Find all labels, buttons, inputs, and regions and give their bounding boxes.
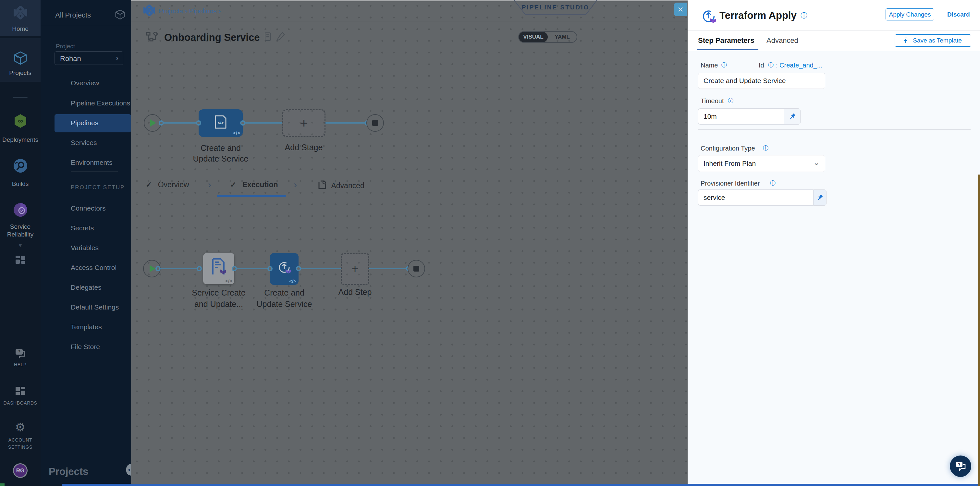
configuration-type-label: Configuration Type (701, 145, 755, 152)
graph-connector[interactable] (240, 121, 245, 125)
rail-grid-icon[interactable] (15, 255, 26, 266)
tab-step-parameters[interactable]: Step Parameters (698, 37, 754, 45)
sidebar-item-environments[interactable]: Environments (71, 159, 112, 167)
step-id-value[interactable]: : Create_and_... (776, 62, 822, 69)
rail-item-label: ACCOUNT (0, 437, 41, 443)
sidebar-item-access-control[interactable]: Access Control (71, 264, 116, 272)
rail-item-home[interactable]: Home (0, 0, 41, 37)
breadcrumb-pipelines[interactable]: Pipelines (189, 7, 217, 14)
play-icon[interactable] (150, 119, 156, 127)
sidebar-item-pipelines[interactable]: Pipelines (54, 114, 131, 132)
chevron-right-icon: › (294, 179, 297, 190)
user-avatar[interactable]: RG (13, 463, 28, 478)
step-node-terraform-apply[interactable]: </> (270, 253, 299, 285)
check-icon: ✓ (146, 180, 152, 189)
plus-icon: + (300, 116, 308, 131)
help-chat-button[interactable]: ? (950, 456, 971, 477)
edit-pencil-icon[interactable] (277, 32, 285, 41)
provisioner-pin-button[interactable] (813, 189, 827, 206)
all-projects-link[interactable]: All Projects (55, 11, 91, 19)
sidebar-item-pipeline-executions[interactable]: Pipeline Executions (71, 99, 130, 107)
close-drawer-button[interactable]: × (674, 3, 687, 16)
add-step-label: Add Step (339, 287, 372, 297)
rail-item-account-settings[interactable]: ⚙ ACCOUNT SETTINGS (0, 421, 41, 456)
stage-label: Create and (200, 143, 241, 153)
graph-edge (164, 122, 196, 124)
save-as-template-button[interactable]: Save as Template (895, 34, 971, 47)
rail-item-label: Builds (0, 180, 41, 187)
all-projects-cube-icon[interactable] (115, 9, 126, 20)
rail-expand-icon[interactable]: ▼ (0, 242, 41, 252)
graph-connector[interactable] (196, 121, 201, 125)
notes-icon[interactable] (265, 32, 270, 41)
tab-execution[interactable]: ✓ Execution (230, 180, 278, 189)
provisioner-identifier-label: Provisioner Identifier (701, 180, 760, 187)
sidebar-item-connectors[interactable]: Connectors (71, 204, 105, 212)
add-stage-label: Add Stage (285, 143, 323, 152)
add-stage-button[interactable]: + (282, 110, 326, 137)
play-icon[interactable] (150, 265, 156, 272)
tab-label: Overview (158, 180, 189, 189)
toggle-yaml[interactable]: YAML (548, 32, 577, 42)
code-badge[interactable]: </> (233, 130, 240, 136)
rail-item-help[interactable]: ? HELP (0, 346, 41, 374)
sidebar-item-templates[interactable]: Templates (71, 323, 102, 331)
project-selector-value: Rohan (60, 54, 81, 63)
rail-item-deployments[interactable]: ∞ Deployments (0, 111, 41, 143)
tab-overview[interactable]: ✓ Overview (146, 180, 189, 189)
tab-advanced[interactable]: Advanced (767, 37, 798, 45)
graph-connector[interactable] (232, 266, 237, 271)
info-icon[interactable]: ⓘ (800, 11, 807, 20)
rail-item-projects[interactable]: Projects (0, 38, 41, 82)
info-icon[interactable]: ⓘ (721, 61, 727, 69)
apply-changes-button[interactable]: Apply Changes (886, 8, 934, 21)
chat-question-icon: ? (955, 461, 966, 472)
rail-item-dashboards[interactable]: DASHBOARDS (0, 383, 41, 411)
rail-item-service-reliability[interactable]: Service Reliability (0, 201, 41, 240)
sidebar-item-delegates[interactable]: Delegates (71, 284, 102, 291)
graph-edge (245, 122, 282, 124)
name-input[interactable] (698, 73, 825, 89)
pipeline-flowchart-icon (146, 32, 158, 42)
code-badge[interactable]: </> (289, 278, 296, 284)
project-selector[interactable]: Rohan › (54, 51, 123, 65)
graph-connector[interactable] (159, 121, 164, 125)
timeout-pin-button[interactable] (784, 108, 800, 125)
stop-icon (372, 120, 378, 126)
sidebar-item-secrets[interactable]: Secrets (71, 224, 94, 232)
gear-icon: ⚙ (0, 421, 41, 434)
graph-connector[interactable] (156, 266, 161, 271)
code-badge[interactable]: </> (225, 278, 232, 284)
terraform-apply-icon (277, 260, 291, 275)
sidebar-item-services[interactable]: Services (71, 139, 97, 147)
pin-icon (815, 193, 824, 202)
provisioner-identifier-input[interactable] (698, 189, 813, 206)
pipeline-studio-badge: PIPELINE STUDIO (513, 4, 598, 11)
terraform-apply-icon (701, 8, 716, 24)
timeout-input[interactable] (698, 108, 784, 125)
sidebar-item-overview[interactable]: Overview (71, 79, 99, 87)
graph-connector[interactable] (296, 266, 301, 271)
chevron-right-icon: › (185, 7, 187, 14)
toggle-visual[interactable]: VISUAL (519, 32, 548, 42)
rail-item-builds[interactable]: Builds (0, 156, 41, 187)
info-icon[interactable]: ⓘ (728, 97, 733, 105)
sidebar-collapse-button[interactable]: ◄ (126, 464, 131, 476)
step-node-terraform-plan[interactable]: </> (203, 253, 234, 284)
sidebar-item-variables[interactable]: Variables (71, 244, 99, 252)
info-icon[interactable]: ⓘ (763, 145, 768, 152)
info-icon[interactable]: ⓘ (768, 61, 774, 69)
add-step-button[interactable]: + (341, 253, 369, 285)
discard-button[interactable]: Discard (947, 11, 970, 18)
sidebar-item-default-settings[interactable]: Default Settings (71, 303, 119, 311)
svg-text:∞: ∞ (18, 117, 23, 125)
sidebar-item-file-store[interactable]: File Store (71, 343, 100, 351)
graph-connector[interactable] (267, 266, 273, 271)
configuration-type-select[interactable]: Inherit From Plan ⌄ (698, 155, 825, 172)
tab-advanced[interactable]: Advanced (318, 180, 364, 190)
info-icon[interactable]: ⓘ (770, 179, 776, 187)
stage-node-create-and-update-service[interactable]: </> </> (199, 110, 243, 137)
builds-icon (13, 158, 28, 173)
breadcrumb-projects[interactable]: Projects (158, 7, 183, 14)
graph-connector[interactable] (197, 266, 202, 271)
